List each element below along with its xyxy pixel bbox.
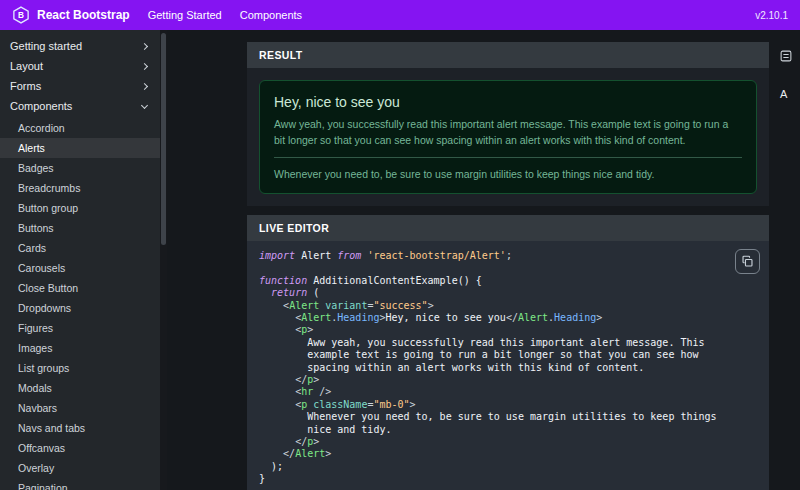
code-line: Whenever you need to, be sure to use mar… [259, 411, 757, 423]
sidebar-item-navbars[interactable]: Navbars [0, 398, 160, 418]
sidebar-item-carousels[interactable]: Carousels [0, 258, 160, 278]
result-panel-body: Hey, nice to see you Aww yeah, you succe… [247, 68, 769, 206]
code-line: ); [259, 461, 757, 473]
sidebar-section-label: Layout [10, 60, 43, 72]
code-line: <hr /> [259, 386, 757, 398]
sidebar-section-getting-started[interactable]: Getting started [0, 36, 160, 56]
sidebar-item-list-groups[interactable]: List groups [0, 358, 160, 378]
sidebar-item-close-button[interactable]: Close Button [0, 278, 160, 298]
code-line: <p> [259, 324, 757, 336]
code-line: function AdditionalContentExample() { [259, 275, 757, 287]
sidebar-item-accordion[interactable]: Accordion [0, 118, 160, 138]
sidebar-section-label: Getting started [10, 40, 82, 52]
chevron-right-icon [141, 42, 148, 49]
sidebar: Getting startedLayoutFormsComponentsAcco… [0, 30, 160, 490]
code-line: </p> [259, 374, 757, 386]
sidebar-item-modals[interactable]: Modals [0, 378, 160, 398]
code-line: spacing within an alert works with this … [259, 362, 757, 374]
success-alert: Hey, nice to see you Aww yeah, you succe… [259, 80, 757, 194]
sidebar-section-forms[interactable]: Forms [0, 76, 160, 96]
sidebar-section-label: Components [10, 100, 72, 112]
content-column: RESULT Hey, nice to see you Aww yeah, yo… [247, 42, 769, 490]
main-content: RESULT Hey, nice to see you Aww yeah, yo… [167, 30, 800, 490]
code-lines: import Alert from 'react-bootstrap/Alert… [259, 250, 757, 490]
sidebar-item-buttons[interactable]: Buttons [0, 218, 160, 238]
sidebar-nav: Getting startedLayoutFormsComponentsAcco… [0, 36, 160, 490]
code-line: example text is going to run a bit longe… [259, 349, 757, 361]
code-line: <Alert variant="success"> [259, 300, 757, 312]
version-label: v2.10.1 [755, 10, 788, 21]
code-line: <p className="mb-0"> [259, 399, 757, 411]
sidebar-item-navs-and-tabs[interactable]: Navs and tabs [0, 418, 160, 438]
code-line: <Alert.Heading>Hey, nice to see you</Ale… [259, 312, 757, 324]
sidebar-scrollbar[interactable] [160, 30, 167, 490]
chevron-right-icon [141, 82, 148, 89]
brand-name: React Bootstrap [37, 8, 130, 22]
live-editor-panel: LIVE EDITOR import Alert from 'react-boo… [247, 215, 769, 490]
alert-divider [274, 157, 742, 158]
alert-heading: Hey, nice to see you [274, 92, 742, 112]
code-line: Aww yeah, you successfully read this imp… [259, 337, 757, 349]
toc-toggle-icon[interactable] [780, 50, 792, 62]
sidebar-item-alerts[interactable]: Alerts [0, 138, 160, 158]
sidebar-section-components[interactable]: Components [0, 96, 160, 116]
top-navbar: B React Bootstrap Getting StartedCompone… [0, 0, 800, 30]
sidebar-item-figures[interactable]: Figures [0, 318, 160, 338]
sidebar-section-label: Forms [10, 80, 41, 92]
copy-icon [741, 255, 754, 268]
brand[interactable]: B React Bootstrap [12, 6, 130, 24]
code-line: return ( [259, 287, 757, 299]
code-line: nice and tidy. [259, 424, 757, 436]
sidebar-item-overlay[interactable]: Overlay [0, 458, 160, 478]
nav-link-getting-started[interactable]: Getting Started [148, 9, 222, 21]
sidebar-item-pagination[interactable]: Pagination [0, 478, 160, 490]
alert-paragraph-2: Whenever you need to, be sure to use mar… [274, 167, 742, 182]
svg-text:B: B [18, 11, 24, 20]
code-line: </Alert> [259, 448, 757, 460]
sidebar-section-layout[interactable]: Layout [0, 56, 160, 76]
sidebar-item-badges[interactable]: Badges [0, 158, 160, 178]
chevron-down-icon [141, 101, 148, 108]
nav-link-components[interactable]: Components [240, 9, 302, 21]
navbar-links: Getting StartedComponents [148, 9, 302, 21]
sidebar-item-button-group[interactable]: Button group [0, 198, 160, 218]
sidebar-item-breadcrumbs[interactable]: Breadcrumbs [0, 178, 160, 198]
react-bootstrap-logo-icon: B [12, 6, 30, 24]
sidebar-sublist: AccordionAlertsBadgesBreadcrumbsButton g… [0, 118, 160, 490]
result-panel: RESULT Hey, nice to see you Aww yeah, yo… [247, 42, 769, 206]
sidebar-item-dropdowns[interactable]: Dropdowns [0, 298, 160, 318]
scrollbar-thumb[interactable] [161, 33, 166, 245]
chevron-right-icon [141, 62, 148, 69]
toc-text-fragment: A [780, 88, 787, 100]
code-line [259, 262, 757, 274]
sidebar-item-offcanvas[interactable]: Offcanvas [0, 438, 160, 458]
toc-rail: A [772, 30, 800, 490]
sidebar-item-cards[interactable]: Cards [0, 238, 160, 258]
result-panel-header: RESULT [247, 42, 769, 68]
copy-button[interactable] [735, 249, 760, 274]
code-line: </p> [259, 436, 757, 448]
alert-paragraph-1: Aww yeah, you successfully read this imp… [274, 117, 742, 147]
sidebar-item-images[interactable]: Images [0, 338, 160, 358]
code-block[interactable]: import Alert from 'react-bootstrap/Alert… [247, 241, 769, 490]
code-line: } [259, 473, 757, 485]
live-editor-header: LIVE EDITOR [247, 215, 769, 241]
code-line [259, 486, 757, 490]
code-line: import Alert from 'react-bootstrap/Alert… [259, 250, 757, 262]
